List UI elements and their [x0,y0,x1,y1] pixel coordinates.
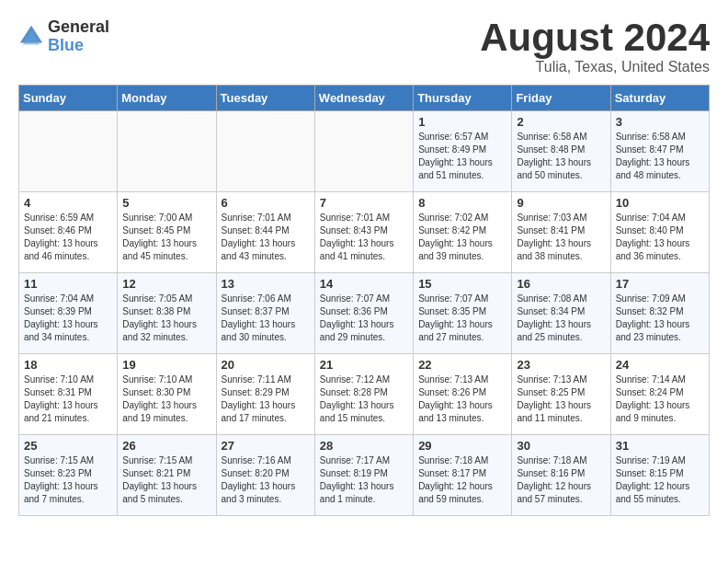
day-number: 10 [616,196,704,210]
day-info: Sunrise: 7:04 AM Sunset: 8:39 PM Dayligh… [24,293,112,344]
day-number: 9 [517,196,605,210]
day-info: Sunrise: 7:13 AM Sunset: 8:26 PM Dayligh… [418,373,506,425]
day-info: Sunrise: 6:59 AM Sunset: 8:46 PM Dayligh… [24,212,112,263]
day-info: Sunrise: 7:15 AM Sunset: 8:21 PM Dayligh… [122,454,210,506]
header-row: Sunday Monday Tuesday Wednesday Thursday… [19,86,710,111]
header-friday: Friday [512,86,610,111]
day-info: Sunrise: 7:06 AM Sunset: 8:37 PM Dayligh… [222,293,310,344]
calendar-cell: 6Sunrise: 7:01 AM Sunset: 8:44 PM Daylig… [216,192,314,273]
day-number: 5 [122,196,210,210]
day-number: 1 [418,115,506,129]
day-info: Sunrise: 7:00 AM Sunset: 8:45 PM Dayligh… [122,212,210,263]
calendar-cell: 15Sunrise: 7:07 AM Sunset: 8:35 PM Dayli… [414,273,512,354]
calendar-cell: 25Sunrise: 7:15 AM Sunset: 8:23 PM Dayli… [19,435,118,516]
day-number: 22 [418,358,506,372]
page-header: General Blue August 2024 Tulia, Texas, U… [18,18,710,75]
calendar-week-2: 4Sunrise: 6:59 AM Sunset: 8:46 PM Daylig… [19,192,710,273]
logo-icon [18,24,44,50]
day-info: Sunrise: 7:07 AM Sunset: 8:35 PM Dayligh… [418,293,506,344]
day-number: 12 [122,277,210,291]
calendar-cell: 26Sunrise: 7:15 AM Sunset: 8:21 PM Dayli… [118,435,216,516]
calendar-cell: 18Sunrise: 7:10 AM Sunset: 8:31 PM Dayli… [19,354,118,435]
day-number: 7 [320,196,408,210]
header-thursday: Thursday [414,86,512,111]
day-number: 25 [24,439,112,453]
logo-text: General Blue [48,18,109,55]
day-info: Sunrise: 7:18 AM Sunset: 8:17 PM Dayligh… [418,454,506,506]
day-number: 19 [122,358,210,372]
day-info: Sunrise: 7:11 AM Sunset: 8:29 PM Dayligh… [222,373,310,425]
calendar-cell: 22Sunrise: 7:13 AM Sunset: 8:26 PM Dayli… [414,354,512,435]
day-number: 16 [517,277,605,291]
day-number: 8 [418,196,506,210]
calendar-cell: 12Sunrise: 7:05 AM Sunset: 8:38 PM Dayli… [118,273,216,354]
calendar-cell: 9Sunrise: 7:03 AM Sunset: 8:41 PM Daylig… [512,192,610,273]
calendar-cell: 19Sunrise: 7:10 AM Sunset: 8:30 PM Dayli… [118,354,216,435]
calendar-cell: 30Sunrise: 7:18 AM Sunset: 8:16 PM Dayli… [512,435,610,516]
day-number: 15 [418,277,506,291]
calendar-cell: 20Sunrise: 7:11 AM Sunset: 8:29 PM Dayli… [216,354,314,435]
calendar-cell [118,111,216,192]
header-wednesday: Wednesday [314,86,413,111]
header-saturday: Saturday [610,86,709,111]
day-number: 14 [320,277,408,291]
calendar-cell: 3Sunrise: 6:58 AM Sunset: 8:47 PM Daylig… [610,111,709,192]
calendar-cell: 10Sunrise: 7:04 AM Sunset: 8:40 PM Dayli… [610,192,709,273]
day-number: 13 [222,277,310,291]
day-info: Sunrise: 6:58 AM Sunset: 8:48 PM Dayligh… [517,131,605,182]
logo-blue-text: Blue [48,37,109,55]
calendar-week-4: 18Sunrise: 7:10 AM Sunset: 8:31 PM Dayli… [19,354,710,435]
calendar-week-1: 1Sunrise: 6:57 AM Sunset: 8:49 PM Daylig… [19,111,710,192]
day-number: 3 [616,115,704,129]
day-number: 11 [24,277,112,291]
day-info: Sunrise: 7:01 AM Sunset: 8:44 PM Dayligh… [222,212,310,263]
day-info: Sunrise: 7:10 AM Sunset: 8:31 PM Dayligh… [24,373,112,425]
day-info: Sunrise: 7:05 AM Sunset: 8:38 PM Dayligh… [122,293,210,344]
calendar-cell: 1Sunrise: 6:57 AM Sunset: 8:49 PM Daylig… [414,111,512,192]
calendar-cell: 8Sunrise: 7:02 AM Sunset: 8:42 PM Daylig… [414,192,512,273]
day-number: 24 [616,358,704,372]
logo-general-text: General [48,18,109,37]
calendar-cell: 28Sunrise: 7:17 AM Sunset: 8:19 PM Dayli… [314,435,413,516]
day-number: 18 [24,358,112,372]
header-monday: Monday [118,86,216,111]
calendar-cell: 31Sunrise: 7:19 AM Sunset: 8:15 PM Dayli… [610,435,709,516]
calendar-cell: 7Sunrise: 7:01 AM Sunset: 8:43 PM Daylig… [314,192,413,273]
day-number: 27 [222,439,310,453]
header-sunday: Sunday [19,86,118,111]
day-number: 6 [222,196,310,210]
day-info: Sunrise: 7:10 AM Sunset: 8:30 PM Dayligh… [122,373,210,425]
logo: General Blue [18,18,109,55]
day-info: Sunrise: 7:02 AM Sunset: 8:42 PM Dayligh… [418,212,506,263]
calendar-cell: 13Sunrise: 7:06 AM Sunset: 8:37 PM Dayli… [216,273,314,354]
day-info: Sunrise: 7:07 AM Sunset: 8:36 PM Dayligh… [320,293,408,344]
calendar-week-5: 25Sunrise: 7:15 AM Sunset: 8:23 PM Dayli… [19,435,710,516]
day-number: 28 [320,439,408,453]
calendar-body: 1Sunrise: 6:57 AM Sunset: 8:49 PM Daylig… [19,111,710,516]
calendar-cell: 29Sunrise: 7:18 AM Sunset: 8:17 PM Dayli… [414,435,512,516]
day-number: 29 [418,439,506,453]
title-block: August 2024 Tulia, Texas, United States [480,18,710,75]
day-info: Sunrise: 7:18 AM Sunset: 8:16 PM Dayligh… [517,454,605,506]
day-info: Sunrise: 7:15 AM Sunset: 8:23 PM Dayligh… [24,454,112,506]
day-number: 17 [616,277,704,291]
day-info: Sunrise: 7:04 AM Sunset: 8:40 PM Dayligh… [616,212,704,263]
calendar-cell: 14Sunrise: 7:07 AM Sunset: 8:36 PM Dayli… [314,273,413,354]
day-info: Sunrise: 7:13 AM Sunset: 8:25 PM Dayligh… [517,373,605,425]
header-tuesday: Tuesday [216,86,314,111]
day-number: 31 [616,439,704,453]
day-info: Sunrise: 7:12 AM Sunset: 8:28 PM Dayligh… [320,373,408,425]
day-info: Sunrise: 6:58 AM Sunset: 8:47 PM Dayligh… [616,131,704,182]
day-number: 30 [517,439,605,453]
month-year-title: August 2024 [480,18,710,57]
day-info: Sunrise: 7:03 AM Sunset: 8:41 PM Dayligh… [517,212,605,263]
calendar-table: Sunday Monday Tuesday Wednesday Thursday… [18,85,710,516]
calendar-cell: 17Sunrise: 7:09 AM Sunset: 8:32 PM Dayli… [610,273,709,354]
day-number: 23 [517,358,605,372]
day-number: 26 [122,439,210,453]
day-info: Sunrise: 7:08 AM Sunset: 8:34 PM Dayligh… [517,293,605,344]
calendar-week-3: 11Sunrise: 7:04 AM Sunset: 8:39 PM Dayli… [19,273,710,354]
calendar-header: Sunday Monday Tuesday Wednesday Thursday… [19,86,710,111]
day-info: Sunrise: 7:01 AM Sunset: 8:43 PM Dayligh… [320,212,408,263]
calendar-cell: 4Sunrise: 6:59 AM Sunset: 8:46 PM Daylig… [19,192,118,273]
